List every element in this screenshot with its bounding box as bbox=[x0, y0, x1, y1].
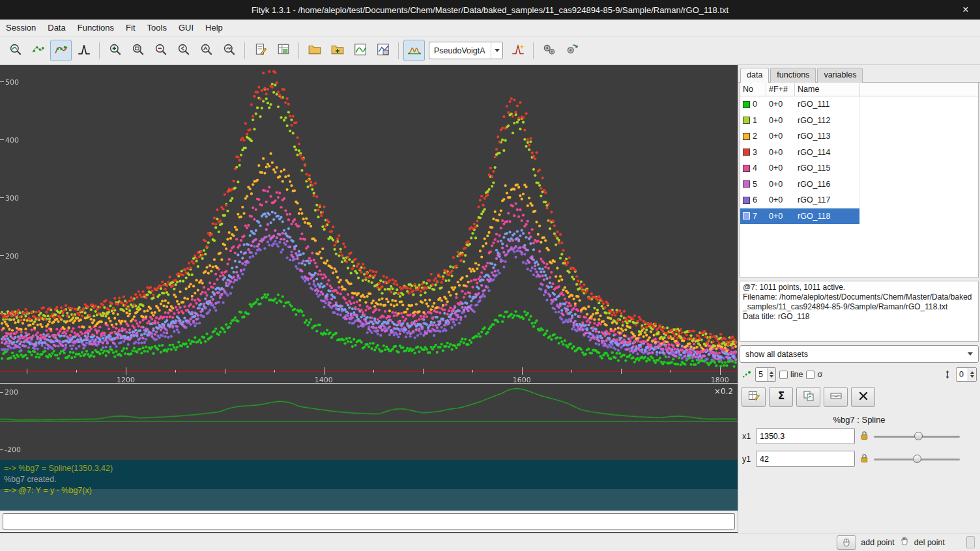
column-header-blank bbox=[860, 83, 978, 96]
add-point-hint: add point bbox=[861, 538, 894, 547]
add-function-button[interactable] bbox=[507, 40, 528, 61]
mouse-mode-button[interactable] bbox=[837, 535, 856, 550]
function-type-combo[interactable]: PseudoVoigtA bbox=[429, 42, 503, 59]
shift-spinner[interactable]: 0 bbox=[956, 367, 977, 382]
slider-knob[interactable] bbox=[913, 455, 921, 463]
dataset-func-count: 0+0 bbox=[766, 160, 795, 177]
aux-plot-canvas[interactable] bbox=[0, 383, 738, 460]
table-pencil-icon bbox=[747, 389, 760, 404]
dataset-row-rGO_116[interactable]: 50+0rGO_116 bbox=[740, 177, 978, 193]
menu-tools[interactable]: Tools bbox=[141, 20, 173, 35]
close-button[interactable]: × bbox=[957, 0, 975, 20]
dataset-func-count: 0+0 bbox=[766, 208, 795, 225]
param-slider-x1[interactable] bbox=[874, 430, 960, 443]
dataset-row-rGO_113[interactable]: 20+0rGO_113 bbox=[740, 128, 978, 145]
dataset-color-swatch[interactable] bbox=[743, 101, 750, 108]
dataset-color-swatch[interactable] bbox=[743, 148, 750, 156]
spinner-arrows[interactable] bbox=[968, 368, 976, 381]
menu-data[interactable]: Data bbox=[42, 20, 71, 35]
dataset-row-rGO_117[interactable]: 60+0rGO_117 bbox=[740, 192, 978, 208]
dataset-color-swatch[interactable] bbox=[743, 117, 750, 124]
dataset-row-rGO_115[interactable]: 40+0rGO_115 bbox=[740, 160, 978, 177]
dataset-no: 1 bbox=[740, 113, 766, 129]
tab-variables[interactable]: variables bbox=[817, 68, 863, 83]
tab-data[interactable]: data bbox=[740, 68, 769, 83]
copy-function-button[interactable] bbox=[796, 387, 820, 407]
dataset-func-count: 0+0 bbox=[766, 113, 795, 129]
dataset-row-filler bbox=[860, 208, 978, 225]
toolbar-separator bbox=[533, 42, 534, 59]
magnifier-up-icon bbox=[199, 42, 214, 59]
menubar: SessionDataFunctionsFitToolsGUIHelp bbox=[0, 20, 980, 36]
sidebar-tabs: datafunctionsvariables bbox=[738, 65, 980, 83]
data-table-button[interactable] bbox=[272, 40, 294, 61]
spinner-arrows[interactable] bbox=[767, 368, 775, 381]
menu-session[interactable]: Session bbox=[0, 20, 42, 35]
dataset-color-swatch[interactable] bbox=[743, 165, 750, 172]
data-edit-button[interactable] bbox=[742, 387, 766, 407]
menu-help[interactable]: Help bbox=[199, 20, 229, 35]
column-header-No: No bbox=[740, 83, 766, 96]
rename-button[interactable]: lnam bbox=[824, 387, 848, 407]
zoom-in-button[interactable] bbox=[104, 40, 126, 61]
mode-add-peak-button[interactable] bbox=[73, 40, 94, 61]
tab-functions[interactable]: functions bbox=[770, 68, 816, 83]
sigma-checkbox[interactable] bbox=[806, 371, 814, 379]
fit-run-button[interactable] bbox=[538, 40, 560, 61]
dataset-row-rGO_112[interactable]: 10+0rGO_112 bbox=[740, 113, 978, 129]
delete-button[interactable] bbox=[851, 387, 875, 407]
dataset-color-swatch[interactable] bbox=[743, 180, 750, 188]
zoom-out-button[interactable] bbox=[150, 40, 171, 61]
dataset-row-filler bbox=[860, 145, 978, 161]
zoom-all-button[interactable] bbox=[218, 40, 240, 61]
mode-add-point-button[interactable] bbox=[50, 40, 72, 61]
open-append-button[interactable] bbox=[326, 40, 348, 61]
main-plot-canvas[interactable] bbox=[0, 65, 738, 383]
dataset-row-filler bbox=[860, 128, 978, 145]
open-file-button[interactable] bbox=[304, 40, 325, 61]
menu-functions[interactable]: Functions bbox=[72, 20, 120, 35]
resize-grip[interactable] bbox=[966, 536, 975, 548]
slider-knob[interactable] bbox=[914, 432, 923, 440]
zoom-prev-button[interactable] bbox=[173, 40, 194, 61]
menu-fit[interactable]: Fit bbox=[120, 20, 141, 35]
folder-open-icon bbox=[308, 42, 322, 59]
save-session-button[interactable] bbox=[349, 40, 371, 61]
toolbar-separator bbox=[99, 42, 100, 59]
param-slider-y1[interactable] bbox=[874, 453, 960, 466]
dataset-func-count: 0+0 bbox=[766, 96, 795, 113]
dataset-color-swatch[interactable] bbox=[743, 212, 750, 219]
menu-gui[interactable]: GUI bbox=[173, 20, 199, 35]
mode-data-range-button[interactable] bbox=[27, 40, 49, 61]
point-size-spinner[interactable]: 5 bbox=[755, 367, 776, 382]
dataset-row-rGO_118[interactable]: 70+0rGO_118 bbox=[740, 208, 978, 225]
lock-icon[interactable] bbox=[859, 430, 870, 443]
dataset-color-swatch[interactable] bbox=[743, 133, 750, 140]
param-label-y1: y1 bbox=[742, 455, 752, 464]
mode-zoom-button[interactable] bbox=[5, 40, 26, 61]
param-input-y1[interactable] bbox=[756, 451, 855, 467]
sum-button[interactable]: Σ bbox=[769, 387, 793, 407]
dataset-info: @7: 1011 points, 1011 active.Filename: /… bbox=[740, 281, 979, 342]
info-line-0: @7: 1011 points, 1011 active. bbox=[743, 283, 975, 292]
zoom-rect-button[interactable] bbox=[127, 40, 149, 61]
dataset-color-swatch[interactable] bbox=[743, 197, 750, 204]
show-datasets-dropdown[interactable]: show all datasets bbox=[740, 345, 979, 363]
magic-peak-icon bbox=[511, 42, 525, 59]
curve-points-icon bbox=[54, 42, 68, 59]
show-functions-button[interactable] bbox=[403, 40, 425, 61]
lock-icon[interactable] bbox=[859, 453, 870, 466]
export-image-button[interactable] bbox=[372, 40, 394, 61]
command-input[interactable] bbox=[3, 513, 735, 530]
dataset-row-rGO_114[interactable]: 30+0rGO_114 bbox=[740, 145, 978, 161]
param-input-x1[interactable] bbox=[756, 428, 855, 444]
chart-frame-icon bbox=[353, 42, 368, 59]
dataset-name: rGO_113 bbox=[795, 128, 860, 145]
zoom-vert-button[interactable] bbox=[195, 40, 217, 61]
dataset-row-rGO_111[interactable]: 00+0rGO_111 bbox=[740, 96, 978, 113]
script-editor-button[interactable] bbox=[250, 40, 271, 61]
points-range-icon bbox=[31, 42, 46, 59]
fit-undo-button[interactable] bbox=[561, 40, 583, 61]
folder-plus-icon bbox=[330, 42, 345, 59]
line-checkbox[interactable] bbox=[779, 371, 788, 379]
